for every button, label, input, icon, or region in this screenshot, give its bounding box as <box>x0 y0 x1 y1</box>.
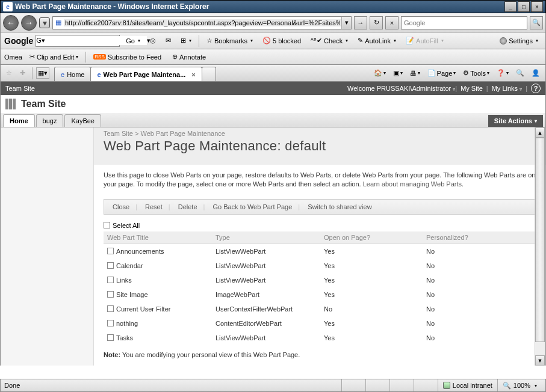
browser-tab-current[interactable]: eWeb Part Page Maintena...× <box>90 67 202 81</box>
row-checkbox[interactable] <box>107 305 114 312</box>
autolink-button[interactable]: ✎AutoLink▾ <box>354 35 400 46</box>
page-menu-button[interactable]: 📄Page▾ <box>424 68 459 78</box>
sp-tab-home[interactable]: Home <box>3 114 35 127</box>
help-button[interactable]: ❓▾ <box>494 68 512 78</box>
spellcheck-button[interactable]: ᴬᴮ✔Check▾ <box>307 35 352 46</box>
site-actions-menu[interactable]: Site Actions▾ <box>488 115 543 127</box>
google-toolbar: Google G▾ ▾ Go▾ ◎ ✉ ⊞▾ ☆Bookmarks▾ 🚫5 bl… <box>0 32 546 49</box>
site-name[interactable]: Team Site <box>21 99 66 109</box>
select-all-checkbox[interactable] <box>104 222 110 228</box>
new-tab-button[interactable] <box>202 67 216 81</box>
action-close[interactable]: Close <box>110 203 132 210</box>
browser-search[interactable] <box>401 16 527 29</box>
google-settings-button[interactable]: Settings▾ <box>496 36 542 46</box>
row-title[interactable]: nothing <box>116 320 138 327</box>
action-delete[interactable]: Delete <box>176 203 200 210</box>
annotate-button[interactable]: ⊕Annotate <box>169 52 209 62</box>
row-checkbox[interactable] <box>107 262 114 269</box>
table-row: Current User FilterUserContextFilterWebP… <box>104 302 536 316</box>
tools-menu-button[interactable]: ⚙Tools▾ <box>460 68 492 78</box>
row-type: ListViewWebPart <box>212 273 320 287</box>
back-button[interactable]: ← <box>3 15 19 31</box>
sp-tab-bugz[interactable]: bugz <box>36 114 64 127</box>
row-title[interactable]: Calendar <box>116 262 143 269</box>
clip-and-edit-button[interactable]: ✂Clip and Edit▾ <box>26 52 82 62</box>
google-option-2-icon[interactable]: ✉ <box>162 35 175 46</box>
bookmarks-button[interactable]: ☆Bookmarks▾ <box>203 35 256 46</box>
sharepoint-tabs: Home bugz KayBee Site Actions▾ <box>0 113 546 127</box>
popup-blocked-button[interactable]: 🚫5 blocked <box>259 35 305 46</box>
minimize-button[interactable]: _ <box>504 1 517 12</box>
favorites-icon[interactable]: ☆ <box>3 67 15 79</box>
recent-dropdown[interactable]: ▾ <box>39 17 50 28</box>
print-icon: 🖶 <box>410 70 417 77</box>
security-zone[interactable]: Local intranet <box>438 379 497 391</box>
print-button[interactable]: 🖶▾ <box>407 69 423 78</box>
zoom-control[interactable]: 🔍100%▾ <box>497 379 542 391</box>
messenger-icon: 👤 <box>532 69 540 77</box>
clip-icon: ✂ <box>29 53 35 61</box>
scroll-thumb[interactable] <box>535 138 545 342</box>
intro-text: Use this page to close Web Parts on your… <box>104 171 536 189</box>
browser-tab-home[interactable]: eHome <box>54 67 91 81</box>
ie-icon: e <box>61 71 64 78</box>
topbar-site-link[interactable]: Team Site <box>5 85 35 92</box>
home-button[interactable]: 🏠▾ <box>371 68 389 78</box>
help-icon[interactable]: ? <box>531 84 541 93</box>
help-icon: ❓ <box>497 69 505 77</box>
google-go-button[interactable]: Go▾ <box>122 36 144 46</box>
row-personalized: No <box>423 331 536 345</box>
autofill-button[interactable]: 📝AutoFill▾ <box>402 35 447 46</box>
breadcrumb-team[interactable]: Team Site <box>104 130 133 137</box>
window-titlebar: e Web Part Page Maintenance - Windows In… <box>0 0 546 13</box>
go-button[interactable]: → <box>354 16 367 29</box>
my-site-link[interactable]: My Site <box>457 85 486 92</box>
feeds-button[interactable]: ▣▾ <box>390 68 406 78</box>
vertical-scrollbar[interactable]: ▲ ▼ <box>535 127 545 366</box>
search-button[interactable]: 🔍 <box>530 16 543 29</box>
add-favorites-icon[interactable]: ✚ <box>16 67 28 79</box>
sharepoint-topbar: Team Site Welcome PRUSSAKI\Administrator… <box>0 82 546 95</box>
row-title[interactable]: Site Image <box>116 291 148 298</box>
row-title[interactable]: Announcements <box>116 248 164 255</box>
row-title[interactable]: Current User Filter <box>116 305 170 313</box>
forward-button[interactable]: → <box>21 15 37 31</box>
row-title[interactable]: Links <box>116 277 132 284</box>
stop-button[interactable]: × <box>385 16 399 29</box>
address-bar[interactable]: ▦ ▾ <box>52 16 352 29</box>
row-checkbox[interactable] <box>107 277 114 283</box>
sp-tab-kaybee[interactable]: KayBee <box>64 114 101 127</box>
maximize-button[interactable]: □ <box>518 1 530 12</box>
close-tab-icon[interactable]: × <box>191 71 195 78</box>
scroll-down-button[interactable]: ▼ <box>535 355 545 366</box>
row-checkbox[interactable] <box>107 334 114 341</box>
google-search-type-dropdown[interactable]: G▾ <box>36 37 45 44</box>
row-checkbox[interactable] <box>107 320 114 326</box>
subscribe-button[interactable]: RSSSubscribe to Feed <box>90 52 165 62</box>
action-reset[interactable]: Reset <box>143 203 165 210</box>
welcome-user[interactable]: Welcome PRUSSAKI\Administrator ▿ <box>347 85 455 92</box>
google-option-3-icon[interactable]: ⊞▾ <box>177 35 195 46</box>
quick-tabs-button[interactable]: ▦▾ <box>36 67 49 79</box>
google-search-box[interactable]: G▾ ▾ <box>36 35 120 47</box>
row-checkbox[interactable] <box>107 248 114 254</box>
research-button[interactable]: 🔍 <box>513 68 527 78</box>
row-checkbox[interactable] <box>107 291 114 298</box>
google-option-1-icon[interactable]: ◎ <box>146 35 160 46</box>
scroll-up-button[interactable]: ▲ <box>535 127 545 138</box>
row-title[interactable]: Tasks <box>116 334 133 341</box>
address-dropdown[interactable]: ▾ <box>341 17 351 29</box>
learn-more-link[interactable]: Learn about managing Web Parts. <box>363 180 464 188</box>
action-goback[interactable]: Go Back to Web Part Page <box>210 203 294 210</box>
research-icon: 🔍 <box>516 69 524 77</box>
action-switch[interactable]: Switch to shared view <box>305 203 374 210</box>
refresh-button[interactable]: ↻ <box>370 16 383 29</box>
search-input[interactable] <box>402 19 527 26</box>
messenger-button[interactable]: 👤 <box>529 68 543 78</box>
my-links-link[interactable]: My Links ▿ <box>488 85 526 92</box>
autolink-icon: ✎ <box>358 37 363 44</box>
table-row: CalendarListViewWebPartYesNo <box>104 259 536 273</box>
close-window-button[interactable]: × <box>531 1 543 12</box>
table-row: LinksListViewWebPartYesNo <box>104 273 536 287</box>
address-input[interactable] <box>64 19 341 26</box>
